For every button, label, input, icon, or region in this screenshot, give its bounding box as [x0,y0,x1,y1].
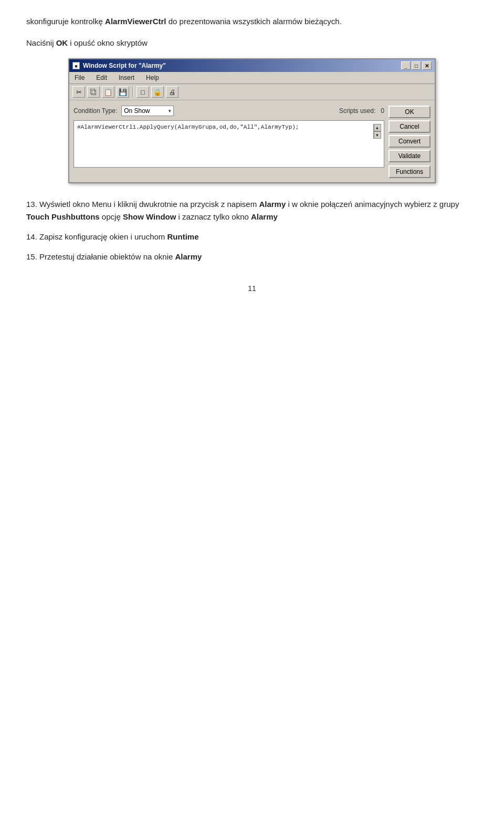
toolbar-sep1 [132,87,133,97]
dialog-main-area: Condition Type: On Show Scripts used: 0 [74,106,384,178]
section-13-bold2: Touch Pushbuttons [26,212,100,221]
script-scrollbar: ▲ ▼ [373,124,381,139]
section-13-text-mid2: opcję [100,212,123,221]
dialog-title: Window Script for "Alarmy" [83,62,166,69]
maximize-button[interactable]: □ [412,61,421,70]
section-15: 15. Przetestuj działanie obiektów na okn… [26,251,478,263]
script-editor-inner: #AlarmViewerCtrl1.ApplyQuery(AlarmyGrupa… [77,124,381,139]
dialog-body: Condition Type: On Show Scripts used: 0 [69,100,435,182]
menu-edit[interactable]: Edit [93,73,110,82]
script-code[interactable]: #AlarmViewerCtrl1.ApplyQuery(AlarmyGrupa… [77,124,373,139]
intro-text-post1: do prezentowania wszystkich alarmów bież… [166,17,342,26]
intro-paragraph-1: skonfiguruje kontrolkę AlarmViewerCtrl d… [26,16,478,28]
menu-file[interactable]: File [71,73,88,82]
scripts-used-text: Scripts used: 0 [339,107,384,115]
toolbar-cut[interactable]: ✂ [72,86,85,98]
condition-row: Condition Type: On Show Scripts used: 0 [74,106,384,116]
minimize-button[interactable]: _ [401,61,411,70]
scripts-used-value: 0 [381,107,384,115]
window-script-dialog: ■ Window Script for "Alarmy" _ □ ✕ File … [68,58,436,183]
dialog-sidebar: OK Cancel Convert Validate Functions [388,106,430,178]
dialog-titlebar: ■ Window Script for "Alarmy" _ □ ✕ [69,59,435,72]
section-13: 13. Wyświetl okno Menu i kliknij dwukrot… [26,198,478,223]
scroll-down-arrow[interactable]: ▼ [374,131,381,139]
toolbar-save[interactable]: 💾 [117,86,129,98]
section-13-bold4: Alarmy [251,212,278,221]
validate-button[interactable]: Validate [388,150,430,162]
toolbar-box[interactable]: □ [136,86,149,98]
dialog-icon: ■ [72,62,80,69]
section-13-text-end: i zaznacz tylko okno [176,212,251,221]
dialog-menubar: File Edit Insert Help [69,72,435,84]
section-15-bold: Alarmy [175,252,202,261]
condition-type-select[interactable]: On Show [121,106,174,116]
toolbar-lock[interactable]: 🔒 [151,86,164,98]
intro-text-post2: i opuść okno skryptów [68,38,148,47]
section-14: 14. Zapisz konfigurację okien i uruchom … [26,231,478,243]
ok-button[interactable]: OK [388,106,430,118]
dialog-toolbar: ✂ ⿻ 📋 💾 □ 🔒 🖨 [69,84,435,100]
titlebar-left: ■ Window Script for "Alarmy" [72,62,166,69]
section-13-bold3: Show Window [123,212,176,221]
section-13-text-pre: Wyświetl okno Menu i kliknij dwukrotnie … [37,200,259,209]
menu-insert[interactable]: Insert [116,73,138,82]
menu-help[interactable]: Help [143,73,162,82]
section-14-number: 14. [26,232,37,241]
page-number: 11 [26,284,478,293]
toolbar-paste[interactable]: 📋 [102,86,114,98]
condition-select-wrapper[interactable]: On Show [121,106,174,116]
condition-type-label: Condition Type: [74,107,117,115]
toolbar-print[interactable]: 🖨 [166,86,178,98]
intro-paragraph-2: Naciśnij OK i opuść okno skryptów [26,37,478,49]
scripts-used-label: Scripts used: [339,107,375,115]
section-15-number: 15. [26,252,37,261]
cancel-button[interactable]: Cancel [388,120,430,133]
intro-text-pre1: skonfiguruje kontrolkę [26,17,105,26]
toolbar-copy[interactable]: ⿻ [87,86,100,98]
script-editor[interactable]: #AlarmViewerCtrl1.ApplyQuery(AlarmyGrupa… [74,120,384,168]
section-15-text-pre: Przetestuj działanie obiektów na oknie [37,252,175,261]
intro-bold2: OK [56,38,68,47]
scroll-up-arrow[interactable]: ▲ [374,124,381,131]
functions-button[interactable]: Functions [388,165,430,178]
titlebar-controls: _ □ ✕ [401,61,432,70]
convert-button[interactable]: Convert [388,135,430,148]
section-14-text-pre: Zapisz konfigurację okien i uruchom [37,232,167,241]
intro-bold1: AlarmViewerCtrl [105,17,166,26]
close-button[interactable]: ✕ [422,61,432,70]
dialog-wrapper: ■ Window Script for "Alarmy" _ □ ✕ File … [26,58,478,183]
section-13-text-mid1: i w oknie połączeń animacyjnych wybierz … [286,200,459,209]
section-13-number: 13. [26,200,37,209]
intro-text-pre2: Naciśnij [26,38,56,47]
section-13-bold1: Alarmy [259,200,286,209]
section-14-bold: Runtime [167,232,198,241]
